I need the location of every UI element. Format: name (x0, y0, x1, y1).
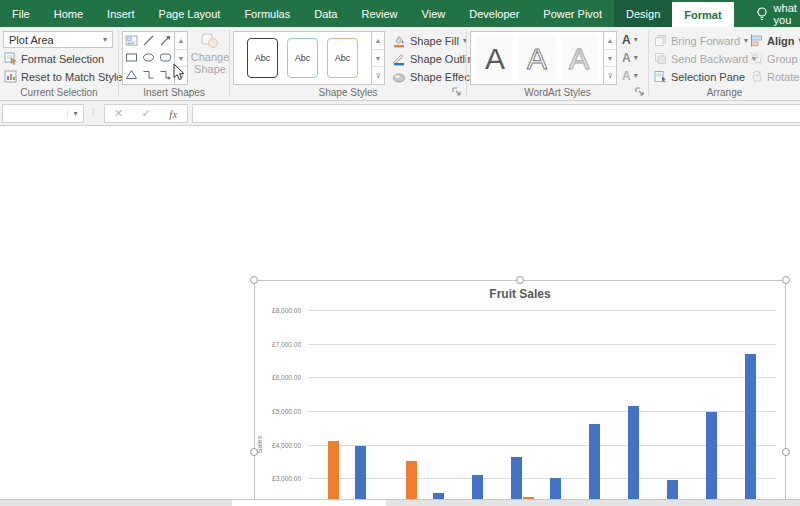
gallery-scroll-down-icon[interactable]: ▼ (372, 50, 384, 68)
rounded-rectangle-shape-icon[interactable] (159, 51, 172, 64)
tab-format[interactable]: Format (672, 2, 733, 27)
tab-design[interactable]: Design (614, 0, 672, 27)
shape-effects-icon (392, 70, 406, 84)
group-objects-icon (750, 52, 763, 65)
elbow-connector-shape-icon[interactable] (142, 68, 155, 81)
text-fill-button[interactable]: A ▾ (622, 32, 638, 48)
group-wordart-styles: A A A ▲ ▼ ⊽ A ▾ A ▾ (467, 27, 648, 100)
name-box[interactable]: ▾ (2, 104, 84, 123)
bar-group (698, 310, 737, 506)
format-selection-label: Format Selection (21, 53, 104, 65)
bring-forward-button: Bring Forward ▾ (654, 32, 748, 49)
send-backward-icon (654, 52, 667, 65)
plot-area[interactable] (308, 310, 776, 506)
worksheet[interactable]: Fruit Sales Sales Month ApplesBananas £0… (0, 126, 800, 499)
y-axis-tick-label[interactable]: £5,000.00 (255, 408, 301, 415)
bring-forward-icon (654, 34, 667, 47)
gallery-scroll-up-icon[interactable]: ▲ (372, 32, 384, 50)
chart-handle-top-right[interactable] (782, 276, 790, 284)
tab-view[interactable]: View (410, 0, 458, 27)
y-axis-tick-label[interactable]: £6,000.00 (255, 374, 301, 381)
cancel-icon[interactable]: ✕ (105, 107, 132, 120)
chart-title[interactable]: Fruit Sales (255, 287, 785, 301)
tab-review[interactable]: Review (349, 0, 409, 27)
formula-bar-splitter[interactable]: ⁞ (92, 107, 95, 117)
line-shape-icon[interactable] (142, 34, 155, 47)
tab-insert[interactable]: Insert (95, 0, 147, 27)
chevron-down-icon: ▾ (103, 36, 107, 44)
shape-style-black[interactable]: Abc (247, 38, 278, 78)
shape-outline-icon (392, 52, 406, 66)
gallery-scroll-up-icon[interactable]: ▲ (604, 32, 616, 50)
tab-formulas[interactable]: Formulas (232, 0, 302, 27)
text-effects-button[interactable]: A ▾ (622, 68, 638, 84)
chevron-down-icon: ▾ (634, 54, 638, 62)
gallery-more-icon[interactable]: ⊽ (604, 67, 616, 84)
tab-power-pivot[interactable]: Power Pivot (531, 0, 614, 27)
horizontal-scrollbar-right[interactable] (386, 499, 800, 506)
wordart-gallery-scroll[interactable]: ▲ ▼ ⊽ (604, 31, 617, 85)
tab-data[interactable]: Data (302, 0, 349, 27)
gallery-scroll-down-icon[interactable]: ▼ (604, 50, 616, 68)
shape-styles-dialog-launcher-icon[interactable] (452, 87, 462, 97)
oval-shape-icon[interactable] (142, 51, 155, 64)
tab-developer[interactable]: Developer (457, 0, 531, 27)
change-shape-label: Change Shape (191, 51, 230, 75)
tell-me-box[interactable]: Tell me what you want to do (756, 0, 800, 27)
shape-fill-button[interactable]: Shape Fill ▾ (392, 32, 467, 49)
shape-style-gallery-scroll[interactable]: ▲ ▼ ⊽ (372, 31, 385, 85)
bar-apples-dec[interactable] (745, 354, 756, 506)
gallery-scroll-up-icon[interactable]: ▲ (175, 32, 187, 50)
text-box-shape-icon[interactable] (125, 34, 138, 47)
chart-handle-middle-right[interactable] (782, 448, 790, 456)
elbow-arrow-connector-shape-icon[interactable] (159, 68, 172, 81)
bar-apples-aug[interactable] (589, 424, 600, 506)
chevron-down-icon[interactable]: ▾ (67, 110, 83, 118)
tab-home[interactable]: Home (42, 0, 95, 27)
chart-handle-top-center[interactable] (516, 276, 524, 284)
text-effects-icon: A (622, 69, 631, 83)
insert-function-icon[interactable]: fx (160, 108, 187, 120)
bar-group (503, 310, 542, 506)
tab-page-layout[interactable]: Page Layout (147, 0, 233, 27)
y-axis-tick-label[interactable]: £4,000.00 (255, 442, 301, 449)
horizontal-scrollbar-left[interactable] (0, 499, 232, 506)
tab-file[interactable]: File (0, 0, 42, 27)
align-label: Align (767, 35, 795, 47)
shape-style-orange[interactable]: Abc (327, 38, 358, 78)
y-axis-tick-label[interactable]: £3,000.00 (255, 475, 301, 482)
text-outline-button[interactable]: A ▾ (622, 50, 638, 66)
bar-apples-sep[interactable] (628, 406, 639, 506)
bar-apples-nov[interactable] (706, 412, 717, 506)
selection-pane-button[interactable]: Selection Pane (654, 68, 745, 85)
chart-handle-middle-left[interactable] (250, 448, 258, 456)
arrow-shape-icon[interactable] (159, 34, 172, 47)
align-button[interactable]: Align ▾ (750, 32, 800, 49)
wordart-gallery[interactable]: A A A (470, 31, 604, 85)
rectangle-shape-icon[interactable] (125, 51, 138, 64)
formula-bar-buttons: ✕ ✓ fx (104, 104, 188, 123)
wordart-style-fill-dark[interactable]: A (476, 35, 513, 81)
bar-apples-feb[interactable] (355, 446, 366, 506)
triangle-shape-icon[interactable] (125, 68, 138, 81)
chart-element-selector-value: Plot Area (9, 34, 54, 46)
wordart-style-outline-light[interactable]: A (561, 35, 598, 81)
shape-style-blue[interactable]: Abc (287, 38, 318, 78)
shape-gallery[interactable] (122, 31, 175, 85)
shape-style-gallery[interactable]: Abc Abc Abc (233, 31, 372, 85)
chart-element-selector[interactable]: Plot Area ▾ (3, 31, 113, 48)
reset-to-match-style-button[interactable]: Reset to Match Style (4, 68, 123, 85)
bar-bananas-jan[interactable] (328, 441, 339, 506)
chart[interactable]: Fruit Sales Sales Month ApplesBananas £0… (254, 280, 786, 506)
chevron-down-icon: ▾ (634, 72, 638, 80)
lightbulb-icon (756, 7, 768, 21)
wordart-style-outline-dark[interactable]: A (518, 35, 555, 81)
formula-input[interactable] (192, 104, 800, 123)
y-axis-tick-label[interactable]: £7,000.00 (255, 341, 301, 348)
chart-handle-top-left[interactable] (250, 276, 258, 284)
gallery-more-icon[interactable]: ⊽ (372, 67, 384, 84)
y-axis-tick-label[interactable]: £8,000.00 (255, 307, 301, 314)
format-selection-button[interactable]: Format Selection (4, 50, 104, 67)
enter-icon[interactable]: ✓ (132, 107, 159, 120)
wordart-styles-dialog-launcher-icon[interactable] (635, 87, 645, 97)
